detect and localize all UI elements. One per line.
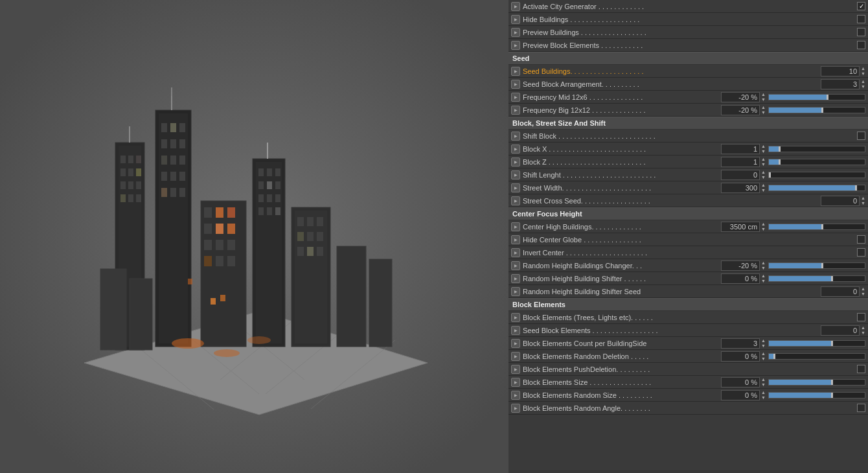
row-icon-frequency-mid-12x6[interactable] [511,93,520,102]
row-icon-block-elements-random-size[interactable] [511,391,520,400]
spin-arrows-street-width[interactable]: ▲▼ [761,183,766,193]
svg-point-85 [172,338,204,349]
row-icon-random-height-building-shifter[interactable] [511,274,520,283]
checkbox-block-elements-random-angle[interactable] [857,404,865,412]
spin-arrows-block-x[interactable]: ▲▼ [761,144,766,154]
svg-rect-63 [258,194,264,202]
slider-value-street-width[interactable]: 300 [721,183,760,193]
slider-value-frequency-mid-12x6[interactable]: -20 % [721,92,760,102]
spin-arrows-block-z[interactable]: ▲▼ [761,157,766,167]
row-icon-seed-block-elements[interactable] [511,326,520,335]
slider-track-center-high-buildings[interactable] [768,224,865,230]
row-icon-block-elements-trees-lights[interactable] [511,313,520,322]
slider-track-random-height-building-shifter[interactable] [768,275,865,282]
spin-arrows-block-elements-count[interactable]: ▲▼ [761,338,766,349]
row-icon-frequency-big-12x12[interactable] [511,106,520,115]
slider-track-random-height-buildings-changer[interactable] [768,262,865,269]
slider-track-block-elements-random-deletion[interactable] [768,353,865,360]
row-icon-preview-block-elements[interactable] [511,41,520,50]
row-icon-shift-block[interactable] [511,132,520,141]
spin-arrows-random-height-building-shifter-seed[interactable]: ▲▼ [861,286,865,297]
slider-value-block-x[interactable]: 1 [721,144,760,154]
row-icon-preview-buildings[interactable] [511,28,520,37]
row-icon-block-elements-push-deletion[interactable] [511,365,520,374]
value-container-random-height-building-shifter: 0 %▲▼ [720,273,766,284]
spin-arrows-seed-block-arrangement[interactable]: ▲▼ [861,79,865,89]
spin-arrows-center-high-buildings[interactable]: ▲▼ [761,222,766,232]
spin-arrows-seed-block-elements[interactable]: ▲▼ [861,325,865,336]
number-input-seed-block-arrangement[interactable]: 3 [821,79,860,89]
spin-arrows-block-elements-size[interactable]: ▲▼ [761,377,766,387]
row-icon-block-elements-count[interactable] [511,339,520,348]
slider-value-random-height-buildings-changer[interactable]: -20 % [721,260,760,271]
svg-rect-20 [128,194,133,202]
spin-arrows-frequency-mid-12x6[interactable]: ▲▼ [761,92,766,102]
row-label-block-elements-trees-lights: Block Elements (Trees, Lights etc). . . … [523,314,857,321]
checkbox-block-elements-trees-lights[interactable] [857,313,865,321]
row-icon-street-width[interactable] [511,183,520,192]
checkbox-invert-center[interactable] [857,248,865,257]
row-icon-block-z[interactable] [511,157,520,167]
slider-track-block-x[interactable] [768,146,865,152]
row-random-height-building-shifter-seed: Random Height Building Shifter Seed0▲▼ [508,285,868,298]
slider-value-frequency-big-12x12[interactable]: -20 % [721,105,760,115]
slider-track-block-elements-count[interactable] [768,340,865,347]
row-icon-block-elements-random-deletion[interactable] [511,352,520,361]
slider-track-frequency-big-12x12[interactable] [768,107,865,113]
row-icon-hide-center-globe[interactable] [511,235,520,244]
slider-track-street-width[interactable] [768,185,865,191]
slider-value-block-elements-count[interactable]: 3 [721,338,760,349]
checkbox-shift-block[interactable] [857,132,865,140]
row-icon-seed-block-arrangement[interactable] [511,80,520,89]
spin-arrows-street-cross-seed[interactable]: ▲▼ [861,196,865,206]
row-icon-block-elements-size[interactable] [511,378,520,387]
row-preview-block-elements: Preview Block Elements . . . . . . . . .… [508,39,868,52]
row-icon-random-height-building-shifter-seed[interactable] [511,287,520,296]
spin-arrows-block-elements-random-deletion[interactable]: ▲▼ [761,351,766,362]
row-icon-block-x[interactable] [511,144,520,154]
checkbox-hide-center-globe[interactable] [857,235,865,244]
row-icon-hide-buildings[interactable] [511,15,520,24]
checkbox-preview-block-elements[interactable] [857,41,865,49]
row-icon-random-height-buildings-changer[interactable] [511,261,520,270]
checkbox-activate-city-generator[interactable] [857,2,865,10]
row-icon-activate-city-generator[interactable] [511,2,520,11]
checkbox-block-elements-push-deletion[interactable] [857,365,865,373]
spin-arrows-seed-buildings[interactable]: ▲▼ [861,66,865,76]
row-icon-center-high-buildings[interactable] [511,222,520,231]
slider-value-block-z[interactable]: 1 [721,157,760,167]
slider-track-shift-lenght[interactable] [768,172,865,178]
slider-value-block-elements-random-size[interactable]: 0 % [721,390,760,400]
slider-track-block-z[interactable] [768,159,865,165]
number-input-random-height-building-shifter-seed[interactable]: 0 [821,286,860,297]
slider-track-block-elements-random-size[interactable] [768,392,865,398]
row-icon-invert-center[interactable] [511,248,520,257]
checkbox-preview-buildings[interactable] [857,28,865,36]
row-label-street-width: Street Width. . . . . . . . . . . . . . … [523,184,720,192]
svg-rect-33 [179,156,185,165]
spin-arrows-frequency-big-12x12[interactable]: ▲▼ [761,105,766,115]
number-input-street-cross-seed[interactable]: 0 [821,196,860,206]
slider-value-shift-lenght[interactable]: 0 [721,170,760,180]
row-shift-lenght: Shift Lenght . . . . . . . . . . . . . .… [508,168,868,181]
svg-rect-42 [201,201,246,347]
number-input-seed-buildings[interactable]: 10 [821,66,860,76]
row-icon-shift-lenght[interactable] [511,170,520,179]
slider-track-block-elements-size[interactable] [768,379,865,386]
row-icon-seed-buildings[interactable] [511,67,520,76]
slider-value-block-elements-size[interactable]: 0 % [721,377,760,387]
svg-rect-18 [136,181,141,189]
slider-track-frequency-mid-12x6[interactable] [768,94,865,100]
spin-arrows-block-elements-random-size[interactable]: ▲▼ [761,390,766,400]
row-block-z: Block Z . . . . . . . . . . . . . . . . … [508,156,868,168]
spin-arrows-shift-lenght[interactable]: ▲▼ [761,170,766,180]
row-icon-block-elements-random-angle[interactable] [511,404,520,413]
spin-arrows-random-height-buildings-changer[interactable]: ▲▼ [761,260,766,271]
slider-value-random-height-building-shifter[interactable]: 0 % [721,273,760,284]
slider-value-center-high-buildings[interactable]: 3500 cm [721,222,760,232]
spin-arrows-random-height-building-shifter[interactable]: ▲▼ [761,273,766,284]
number-input-seed-block-elements[interactable]: 0 [821,325,860,336]
checkbox-hide-buildings[interactable] [857,15,865,23]
row-icon-street-cross-seed[interactable] [511,196,520,205]
slider-value-block-elements-random-deletion[interactable]: 0 % [721,351,760,362]
